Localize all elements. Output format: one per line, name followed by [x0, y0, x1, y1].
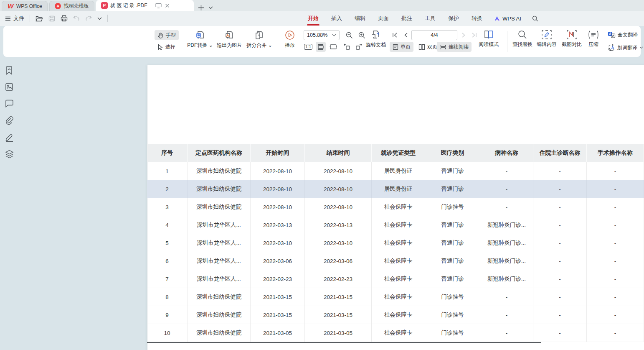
table-cell: 深圳市妇幼保健院 — [188, 198, 251, 216]
file-menu-button[interactable]: 文件 — [5, 15, 24, 22]
menu-item-insert[interactable]: 插入 — [330, 13, 343, 24]
table-cell: 深圳市妇幼保健院 — [188, 324, 251, 342]
table-cell: 2021-03-15 — [305, 288, 372, 306]
layers-icon[interactable] — [5, 150, 14, 158]
table-cell: 2022-02-23 — [251, 270, 305, 288]
print-icon[interactable] — [61, 15, 68, 22]
menu-item-page[interactable]: 页面 — [377, 13, 390, 24]
compress-button[interactable]: 压缩 — [584, 30, 603, 48]
wps-ai-button[interactable]: WPS AI — [494, 15, 521, 22]
table-cell: - — [587, 216, 644, 234]
table-cell: 2022-08-10 — [305, 198, 372, 216]
table-cell: 深圳市龙华区人... — [188, 270, 251, 288]
rotate-document-icon — [370, 29, 381, 40]
read-mode-button[interactable]: 阅读模式 — [475, 30, 502, 48]
tab-label: 找稻壳模板 — [64, 3, 89, 10]
menu-item-convert[interactable]: 转换 — [471, 13, 483, 24]
find-replace-button[interactable]: 查找替换 — [510, 30, 535, 48]
search-icon — [517, 30, 527, 40]
screenshot-compare-button[interactable]: 截图对比 — [560, 30, 584, 48]
word-translate-button[interactable]: 划词翻译 — [605, 43, 644, 53]
table-row: 2深圳市妇幼保健院2022-08-102022-08-10居民身份证普通门诊--… — [147, 180, 644, 198]
table-cell: 普通门诊 — [425, 216, 480, 234]
previous-page-button[interactable] — [401, 30, 411, 40]
fit-page-button[interactable] — [328, 42, 338, 52]
rotate-document-label: 旋转文档 — [366, 41, 386, 49]
bookmark-icon[interactable] — [5, 66, 14, 75]
table-cell: - — [533, 270, 587, 288]
new-tab-icon[interactable] — [198, 5, 204, 11]
ribbon-toolbar: 手型 选择 PDF转换 ⌄ 输出为图片 拆分合并 ⌄ 播放 105.88% 1:… — [3, 26, 641, 57]
table-cell: 居民身份证 — [372, 180, 425, 198]
select-tool-button[interactable]: 选择 — [155, 42, 178, 52]
table-cell: - — [480, 306, 533, 324]
tab-document-pdf[interactable]: P 就 医 记 录 .PDF — [96, 0, 194, 11]
hamburger-icon — [5, 16, 11, 21]
thumbnail-icon[interactable] — [5, 83, 14, 92]
single-page-button[interactable]: 单页 — [390, 42, 413, 52]
zoom-out-button[interactable] — [344, 30, 354, 40]
menu-search-icon[interactable] — [532, 15, 538, 22]
menu-item-edit[interactable]: 编辑 — [354, 13, 366, 24]
fit-width-button[interactable] — [316, 42, 326, 52]
attachment-icon[interactable] — [5, 116, 14, 125]
page-number-input[interactable]: 4/4 — [411, 30, 457, 40]
redo-icon[interactable] — [85, 15, 92, 21]
close-tab-icon[interactable] — [165, 3, 170, 8]
menu-item-home[interactable]: 开始 — [307, 13, 319, 24]
table-cell: - — [587, 288, 644, 306]
zoom-level-select[interactable]: 105.88% — [304, 30, 340, 40]
table-header-cell: 病种名称 — [480, 144, 533, 162]
full-translate-button[interactable]: 全文翻译 — [605, 30, 641, 40]
table-cell: 8 — [147, 288, 188, 306]
compress-icon — [588, 30, 599, 40]
signature-pen-icon[interactable] — [5, 133, 14, 142]
menu-item-protect[interactable]: 保护 — [447, 13, 460, 24]
chevron-down-icon — [639, 46, 643, 49]
table-cell: 新冠肺炎门诊... — [480, 252, 533, 270]
undo-icon[interactable] — [73, 15, 80, 21]
table-row: 9深圳市妇幼保健院2021-03-152021-03-15社会保障卡门诊挂号--… — [147, 306, 644, 324]
compress-label: 压缩 — [588, 41, 598, 48]
tab-docer-templates[interactable]: ❖ 找稻壳模板 — [49, 1, 94, 11]
table-cell: 2021-03-15 — [251, 288, 305, 306]
tab-wps-home[interactable]: W WPS Office — [2, 1, 48, 11]
rotate-document-button[interactable]: 旋转文档 — [359, 29, 393, 49]
docer-icon: ❖ — [55, 3, 61, 10]
screen-share-icon[interactable] — [155, 3, 162, 8]
export-image-label: 输出为图片 — [217, 42, 242, 49]
open-file-icon[interactable] — [35, 15, 43, 22]
edit-content-icon — [541, 30, 552, 40]
table-cell: 深圳市妇幼保健院 — [188, 180, 251, 198]
table-cell: 2022-02-23 — [305, 270, 372, 288]
table-cell: 9 — [147, 306, 188, 324]
screenshot-compare-icon — [566, 30, 577, 40]
play-icon — [284, 30, 295, 41]
first-page-button[interactable] — [390, 30, 400, 40]
play-button[interactable]: 播放 — [272, 30, 308, 49]
table-cell: 社会保障卡 — [372, 288, 425, 306]
rotate-left-button[interactable] — [342, 42, 352, 52]
table-cell: 深圳市龙华区人... — [188, 252, 251, 270]
table-cell: 深圳市妇幼保健院 — [188, 288, 251, 306]
menu-item-comment[interactable]: 批注 — [401, 13, 413, 24]
tab-list-chevron-icon[interactable] — [208, 6, 213, 9]
full-translate-label: 全文翻译 — [618, 31, 638, 38]
hand-tool-button[interactable]: 手型 — [155, 30, 179, 40]
table-cell: - — [533, 216, 587, 234]
table-row: 8深圳市妇幼保健院2021-03-152021-03-15社会保障卡门诊挂号--… — [147, 288, 644, 306]
quickbar-more-chevron-icon[interactable] — [97, 17, 102, 20]
table-cell: - — [587, 162, 644, 180]
comment-icon[interactable] — [5, 100, 14, 108]
play-label: 播放 — [285, 42, 295, 49]
word-translate-icon — [608, 44, 615, 51]
save-icon[interactable] — [48, 15, 55, 22]
edit-content-button[interactable]: 编辑内容 — [535, 30, 559, 48]
next-page-button[interactable] — [459, 30, 469, 40]
menu-row: 文件 开始 插入 编辑 页面 批注 工具 保护 转换 — [0, 11, 644, 26]
table-header-cell: 医疗类别 — [425, 144, 480, 162]
continuous-read-button[interactable]: 连续阅读 — [437, 42, 472, 52]
menu-item-tools[interactable]: 工具 — [424, 13, 436, 24]
table-cell: 2021-03-05 — [305, 324, 372, 342]
actual-size-button[interactable]: 1:1 — [303, 42, 313, 52]
